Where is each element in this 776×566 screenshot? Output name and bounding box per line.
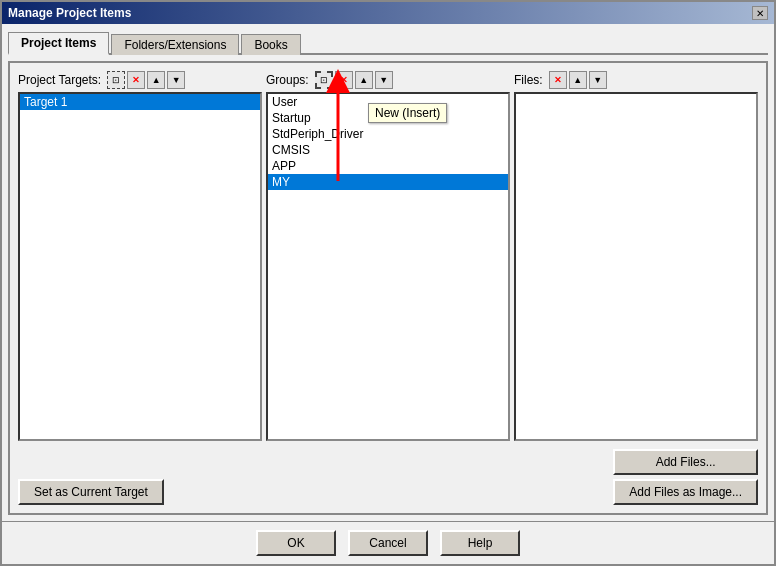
columns-area: Project Targets: ⊡ ✕ ▲ ▼ Target 1 (18, 71, 758, 441)
title-bar-text: Manage Project Items (8, 6, 131, 20)
groups-up-button[interactable]: ▲ (355, 71, 373, 89)
groups-new-button[interactable]: ⊡ (315, 71, 333, 89)
targets-column: Project Targets: ⊡ ✕ ▲ ▼ Target 1 (18, 71, 262, 441)
files-delete-button[interactable]: ✕ (549, 71, 567, 89)
dialog-bottom-bar: OK Cancel Help (2, 521, 774, 564)
targets-up-button[interactable]: ▲ (147, 71, 165, 89)
groups-listbox[interactable]: User Startup StdPeriph_Driver CMSIS APP … (266, 92, 510, 441)
targets-label: Project Targets: (18, 73, 101, 87)
targets-listbox[interactable]: Target 1 (18, 92, 262, 441)
add-files-button[interactable]: Add Files... (613, 449, 758, 475)
close-button[interactable]: ✕ (752, 6, 768, 20)
groups-label: Groups: (266, 73, 309, 87)
bottom-buttons-area: Set as Current Target Add Files... Add F… (18, 449, 758, 505)
targets-delete-button[interactable]: ✕ (127, 71, 145, 89)
manage-project-items-dialog: Manage Project Items ✕ Project Items Fol… (0, 0, 776, 566)
tab-project-items[interactable]: Project Items (8, 32, 109, 55)
tab-bar: Project Items Folders/Extensions Books (8, 30, 768, 55)
files-down-button[interactable]: ▼ (589, 71, 607, 89)
files-column: Files: ✕ ▲ ▼ (514, 71, 758, 441)
list-item[interactable]: MY (268, 174, 508, 190)
groups-column: Groups: ⊡ ✕ ▲ ▼ User Startup StdPeriph_D… (266, 71, 510, 441)
targets-new-button[interactable]: ⊡ (107, 71, 125, 89)
dialog-body: Project Items Folders/Extensions Books (2, 24, 774, 521)
targets-header: Project Targets: ⊡ ✕ ▲ ▼ (18, 71, 262, 89)
title-bar: Manage Project Items ✕ (2, 2, 774, 24)
list-item[interactable]: StdPeriph_Driver (268, 126, 508, 142)
files-listbox[interactable] (514, 92, 758, 441)
left-action-buttons: Set as Current Target (18, 479, 164, 505)
add-files-as-image-button[interactable]: Add Files as Image... (613, 479, 758, 505)
list-item[interactable]: CMSIS (268, 142, 508, 158)
cancel-button[interactable]: Cancel (348, 530, 428, 556)
targets-down-button[interactable]: ▼ (167, 71, 185, 89)
list-item[interactable]: APP (268, 158, 508, 174)
groups-delete-button[interactable]: ✕ (335, 71, 353, 89)
files-header: Files: ✕ ▲ ▼ (514, 71, 758, 89)
files-up-button[interactable]: ▲ (569, 71, 587, 89)
set-current-target-button[interactable]: Set as Current Target (18, 479, 164, 505)
files-label: Files: (514, 73, 543, 87)
groups-down-button[interactable]: ▼ (375, 71, 393, 89)
new-insert-tooltip: New (Insert) (368, 103, 447, 123)
tab-folders-extensions[interactable]: Folders/Extensions (111, 34, 239, 55)
columns-wrapper: New (Insert) Project Targets: ⊡ ✕ ▲ ▼ (18, 71, 758, 505)
ok-button[interactable]: OK (256, 530, 336, 556)
right-action-buttons: Add Files... Add Files as Image... (613, 449, 758, 505)
help-button[interactable]: Help (440, 530, 520, 556)
list-item[interactable]: Target 1 (20, 94, 260, 110)
groups-header: Groups: ⊡ ✕ ▲ ▼ (266, 71, 510, 89)
main-content-area: New (Insert) Project Targets: ⊡ ✕ ▲ ▼ (8, 61, 768, 515)
tab-books[interactable]: Books (241, 34, 300, 55)
